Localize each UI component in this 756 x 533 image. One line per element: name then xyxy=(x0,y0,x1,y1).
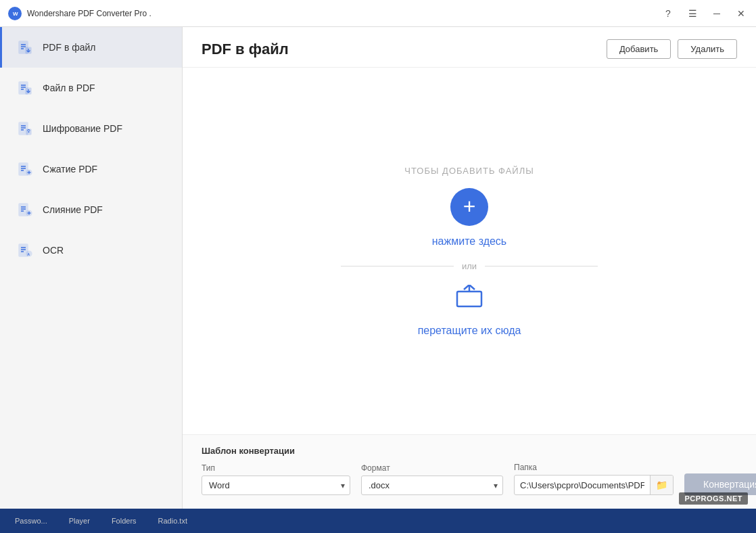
format-select[interactable]: .docx .doc .rtf .txt xyxy=(361,476,503,495)
folder-field-group: Папка 📁 xyxy=(514,463,674,495)
type-label: Тип xyxy=(202,463,350,473)
close-button[interactable]: ✕ xyxy=(734,7,748,20)
page-title: PDF в файл xyxy=(202,41,289,58)
app-body: PDF в файл Файл в PDF xyxy=(0,27,756,509)
help-button[interactable]: ? xyxy=(661,7,675,20)
sidebar-item-label: PDF в файл xyxy=(43,42,96,53)
panel-fields: Тип Word Excel PowerPoint HTML Text Imag… xyxy=(202,463,737,495)
sidebar-item-pdf-to-file[interactable]: PDF в файл xyxy=(0,27,182,68)
sidebar-item-label: Шифрование PDF xyxy=(43,123,122,134)
menu-button[interactable]: ☰ xyxy=(686,7,699,20)
svg-text:W: W xyxy=(13,11,18,17)
compress-pdf-icon xyxy=(16,160,34,179)
titlebar: W Wondershare PDF Converter Pro . ? ☰ ─ … xyxy=(0,0,756,27)
plus-icon: + xyxy=(463,195,476,217)
sidebar-item-merge-pdf[interactable]: Слияние PDF xyxy=(0,189,182,230)
app-logo: W xyxy=(8,7,22,20)
minimize-button[interactable]: ─ xyxy=(710,7,724,20)
sidebar-item-ocr[interactable]: A OCR xyxy=(0,230,182,271)
app-title: Wondershare PDF Converter Pro . xyxy=(27,9,661,18)
sidebar-item-compress-pdf[interactable]: Сжатие PDF xyxy=(0,149,182,189)
divider-line-right xyxy=(485,266,598,266)
header-buttons: Добавить Удалить xyxy=(607,39,737,59)
taskbar: Passwo... Player Folders Radio.txt xyxy=(0,509,756,533)
drop-area[interactable]: ЧТОБЫ ДОБАВИТЬ ФАЙЛЫ + нажмите здесь или… xyxy=(183,68,756,434)
merge-pdf-icon xyxy=(16,200,34,219)
type-field-group: Тип Word Excel PowerPoint HTML Text Imag… xyxy=(202,463,350,495)
folder-field: 📁 xyxy=(514,475,674,495)
svg-point-23 xyxy=(28,131,30,133)
add-button[interactable]: Добавить xyxy=(607,39,671,59)
folder-browse-button[interactable]: 📁 xyxy=(650,476,673,494)
sidebar-item-label: Слияние PDF xyxy=(43,204,103,215)
svg-rect-44 xyxy=(457,292,481,306)
folder-label: Папка xyxy=(514,463,674,472)
type-select[interactable]: Word Excel PowerPoint HTML Text Image EP… xyxy=(202,476,350,495)
format-select-wrap: .docx .doc .rtf .txt xyxy=(361,476,503,495)
or-text: или xyxy=(462,261,477,271)
folder-input[interactable] xyxy=(515,476,650,494)
format-label: Формат xyxy=(361,463,503,473)
panel-title: Шаблон конвертации xyxy=(202,446,737,456)
drag-icon xyxy=(454,285,484,315)
taskbar-item-2[interactable]: Folders xyxy=(102,514,146,528)
sidebar-item-label: Файл в PDF xyxy=(43,83,95,93)
svg-text:A: A xyxy=(28,252,30,256)
add-plus-button[interactable]: + xyxy=(450,188,488,226)
taskbar-item-0[interactable]: Passwo... xyxy=(5,514,57,528)
drop-hint-text: ЧТОБЫ ДОБАВИТЬ ФАЙЛЫ xyxy=(404,166,534,176)
ocr-icon: A xyxy=(16,241,34,260)
sidebar-item-encrypt-pdf[interactable]: Шифрование PDF xyxy=(0,108,182,149)
taskbar-item-1[interactable]: Player xyxy=(60,514,99,528)
or-divider: или xyxy=(341,261,598,271)
divider-line-left xyxy=(341,266,454,266)
main-content: PDF в файл Добавить Удалить ЧТОБЫ ДОБАВИ… xyxy=(183,27,756,509)
sidebar: PDF в файл Файл в PDF xyxy=(0,27,183,509)
drag-label: перетащите их сюда xyxy=(418,325,521,337)
delete-button[interactable]: Удалить xyxy=(678,39,737,59)
sidebar-item-file-to-pdf[interactable]: Файл в PDF xyxy=(0,68,182,108)
encrypt-pdf-icon xyxy=(16,119,34,138)
pdf-to-file-icon xyxy=(16,38,34,57)
main-header: PDF в файл Добавить Удалить xyxy=(183,27,756,68)
sidebar-item-label: Сжатие PDF xyxy=(43,164,97,175)
type-select-wrap: Word Excel PowerPoint HTML Text Image EP… xyxy=(202,476,350,495)
taskbar-item-3[interactable]: Radio.txt xyxy=(149,514,197,528)
sidebar-item-label: OCR xyxy=(43,245,64,256)
format-field-group: Формат .docx .doc .rtf .txt xyxy=(361,463,503,495)
window-controls: ? ☰ ─ ✕ xyxy=(661,7,748,20)
convert-button[interactable]: Конвертация xyxy=(684,473,756,495)
click-label[interactable]: нажмите здесь xyxy=(432,235,506,248)
file-to-pdf-icon xyxy=(16,78,34,97)
conversion-panel: Шаблон конвертации Тип Word Excel PowerP… xyxy=(183,434,756,509)
